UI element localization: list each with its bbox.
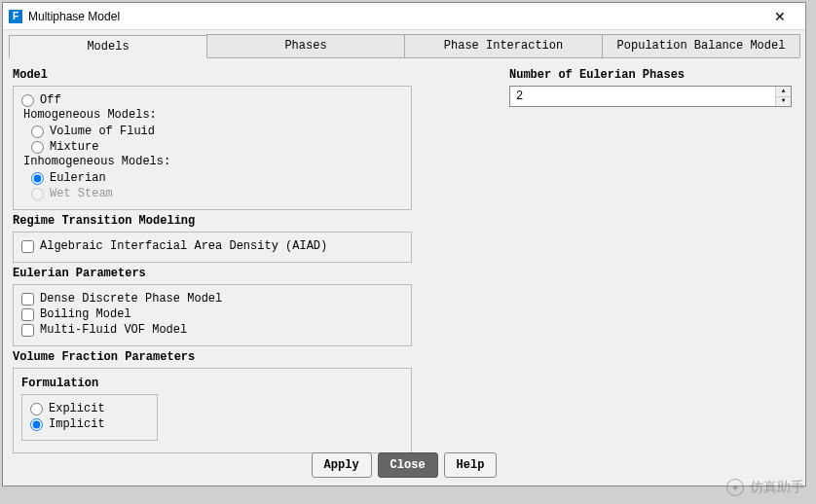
check-ddpm[interactable]: [21, 293, 34, 306]
vfp-legend: Volume Fraction Parameters: [13, 350, 500, 364]
label-implicit: Implicit: [49, 417, 105, 431]
radio-wet-steam: [31, 188, 44, 200]
formulation-legend: Formulation: [21, 377, 403, 390]
label-aiad: Algebraic Interfacial Area Density (AIAD…: [40, 239, 327, 253]
label-eulerian: Eulerian: [50, 171, 106, 185]
check-boiling[interactable]: [21, 308, 34, 321]
apply-button[interactable]: Apply: [312, 452, 372, 478]
close-button[interactable]: Close: [378, 452, 438, 478]
model-legend: Model: [13, 68, 500, 82]
label-mixture: Mixture: [50, 140, 98, 154]
dialog-window: F Multiphase Model ✕ Models Phases Phase…: [2, 2, 806, 486]
radio-implicit[interactable]: [30, 418, 43, 431]
radio-off[interactable]: [21, 94, 34, 107]
label-explicit: Explicit: [49, 402, 105, 415]
label-homogeneous: Homogeneous Models:: [23, 108, 157, 122]
spinner-up-icon[interactable]: ▲: [776, 87, 791, 97]
label-off: Off: [40, 93, 61, 107]
tab-content: Model Off Homogeneous Models: Volume of …: [3, 58, 805, 465]
num-phases-value[interactable]: 2: [510, 87, 775, 106]
label-vof: Volume of Fluid: [50, 125, 155, 138]
label-inhomogeneous: Inhomogeneous Models:: [23, 155, 170, 168]
tab-models[interactable]: Models: [9, 35, 207, 58]
window-title: Multiphase Model: [28, 10, 120, 23]
check-aiad[interactable]: [21, 240, 34, 253]
eulerian-params-legend: Eulerian Parameters: [13, 267, 500, 280]
label-ddpm: Dense Discrete Phase Model: [40, 292, 222, 306]
label-boiling: Boiling Model: [40, 307, 131, 321]
eulerian-params-group: Dense Discrete Phase Model Boiling Model…: [13, 284, 412, 346]
num-phases-spinner[interactable]: 2 ▲ ▼: [509, 86, 792, 107]
check-mfvof[interactable]: [21, 324, 34, 337]
radio-eulerian[interactable]: [31, 172, 44, 185]
label-wet-steam: Wet Steam: [50, 187, 113, 200]
radio-explicit[interactable]: [30, 403, 43, 415]
tab-population-balance-model[interactable]: Population Balance Model: [602, 34, 800, 57]
tab-bar: Models Phases Phase Interaction Populati…: [9, 34, 799, 58]
regime-legend: Regime Transition Modeling: [13, 214, 500, 228]
tab-phases[interactable]: Phases: [206, 34, 405, 57]
titlebar: F Multiphase Model ✕: [3, 3, 805, 30]
model-group: Off Homogeneous Models: Volume of Fluid …: [13, 86, 412, 210]
button-bar: Apply Close Help: [3, 452, 805, 478]
watermark-text: 仿真助手: [750, 479, 804, 496]
watermark: ✦ 仿真助手: [726, 479, 804, 496]
close-icon[interactable]: ✕: [760, 3, 799, 30]
formulation-group: Explicit Implicit: [21, 394, 158, 441]
label-mfvof: Multi-Fluid VOF Model: [40, 323, 187, 337]
spinner-down-icon[interactable]: ▼: [776, 97, 791, 107]
help-button[interactable]: Help: [444, 452, 498, 478]
app-icon: F: [9, 10, 22, 23]
num-phases-label: Number of Eulerian Phases: [509, 68, 796, 82]
radio-mixture[interactable]: [31, 141, 44, 154]
vfp-group: Formulation Explicit Implicit: [13, 368, 412, 453]
radio-vof[interactable]: [31, 126, 44, 138]
tab-phase-interaction[interactable]: Phase Interaction: [404, 34, 603, 57]
wechat-icon: ✦: [726, 479, 744, 496]
regime-group: Algebraic Interfacial Area Density (AIAD…: [13, 232, 412, 263]
